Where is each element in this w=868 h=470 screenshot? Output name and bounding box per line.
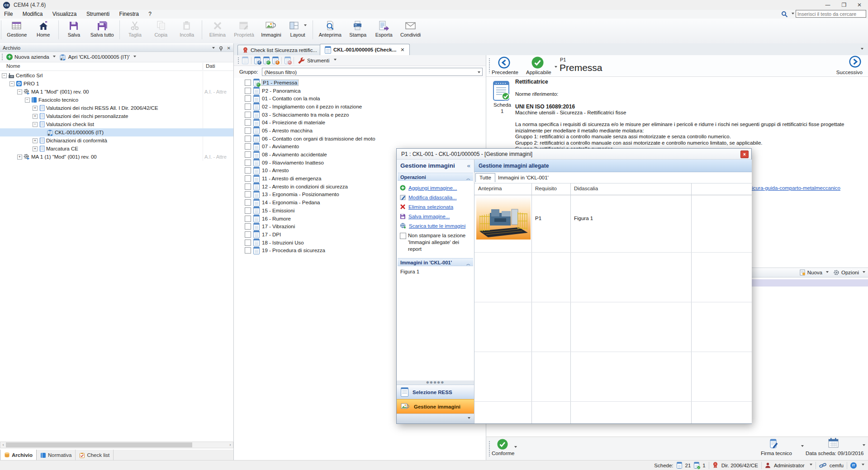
salva-button[interactable]: Salva — [62, 19, 86, 38]
sidebar-nav-collapse[interactable] — [397, 414, 474, 423]
tab-list-arrow[interactable] — [861, 48, 863, 51]
nav-selezione-ress[interactable]: Selezione RESS — [397, 385, 474, 399]
checkbox[interactable] — [245, 231, 251, 238]
directive-label[interactable]: Dir. 2006/42/CE — [721, 463, 758, 468]
expander-icon[interactable]: − — [9, 81, 14, 86]
wrench-icon[interactable] — [297, 56, 304, 64]
successivo-label[interactable]: Successivo — [836, 70, 863, 75]
op-download-all[interactable]: Scarica tutte le immagini — [397, 221, 474, 230]
checkbox[interactable] — [245, 240, 251, 246]
checklist-item[interactable]: ✓P1 - Premessa — [238, 79, 483, 87]
selected-empty-row[interactable] — [751, 279, 868, 287]
conforme-arrow[interactable] — [514, 446, 517, 449]
user-label[interactable]: Administrator — [774, 463, 805, 468]
menu-strumenti[interactable]: Strumenti — [82, 10, 114, 18]
firma-arrow[interactable] — [801, 445, 804, 448]
checkbox[interactable] — [245, 151, 251, 158]
note-question-icon[interactable]: ? — [254, 56, 261, 64]
checkbox[interactable] — [245, 207, 251, 214]
group-filter-combobox[interactable]: (Nessun filtro) — [262, 68, 483, 76]
expander-icon[interactable]: − — [2, 73, 7, 78]
op-add-image[interactable]: Aggiungi immagine... — [397, 183, 474, 193]
data-scheda-button[interactable] — [828, 437, 839, 450]
op-edit-caption[interactable]: Modifica didascalia... — [397, 193, 474, 202]
apri-button[interactable]: Apri 'CKL-001/000005 (IT)' — [57, 54, 138, 61]
applicabile-arrow[interactable] — [555, 66, 557, 69]
tree-item-machine[interactable]: − MA 1 "Mod" (001) rev. 00 A.I. - Attre — [0, 88, 233, 96]
nuova-button[interactable]: Nuova — [807, 270, 822, 275]
column-dati[interactable]: Dati — [206, 63, 215, 69]
column-anteprima[interactable]: Anteprima — [478, 186, 502, 191]
maximize-button[interactable]: ❐ — [836, 0, 852, 10]
checkbox[interactable] — [245, 223, 251, 230]
tab-checklist[interactable]: Check list — [76, 450, 114, 461]
checkbox[interactable] — [245, 199, 251, 206]
checkbox[interactable] — [245, 143, 251, 150]
tree-item-marcatura[interactable]: + Marcatura CE — [0, 145, 233, 153]
search-options-arrow[interactable] — [792, 13, 794, 16]
filter-scope-label[interactable]: Immagini in 'CKL-001' — [498, 175, 549, 180]
pin-icon[interactable] — [218, 46, 223, 51]
checklist-item[interactable]: 04 - Proiezione di materiale — [238, 118, 483, 127]
conforme-label[interactable]: Conforme — [492, 451, 515, 456]
tree-item-company[interactable]: − Certifico Srl — [0, 71, 233, 80]
user-arrow[interactable] — [810, 464, 812, 467]
column-didascalia[interactable]: Didascalia — [574, 186, 598, 191]
checkbox[interactable] — [245, 136, 251, 142]
condividi-button[interactable]: Condividi — [398, 19, 423, 38]
checklist-item[interactable]: 06 - Contatto con organi di trasmissione… — [238, 135, 483, 143]
checkbox[interactable] — [245, 216, 251, 222]
scroll-right-arrow[interactable]: › — [228, 442, 233, 448]
search-input[interactable] — [796, 10, 866, 18]
search-icon[interactable] — [781, 11, 788, 18]
chevron-up-icon[interactable]: ︿ — [466, 174, 470, 183]
panel-menu-arrow[interactable] — [212, 47, 215, 50]
strumenti-arrow[interactable] — [334, 59, 337, 62]
applicabile-button[interactable] — [531, 56, 544, 70]
menu-modifica[interactable]: Modifica — [19, 10, 47, 18]
checkbox[interactable] — [245, 183, 251, 190]
column-requisito[interactable]: Requisito — [535, 186, 557, 191]
tree-item-personalizzate[interactable]: + Valutazioni dei rischi personalizzate — [0, 112, 233, 120]
no-print-checkbox[interactable] — [400, 233, 406, 239]
checkbox[interactable] — [245, 112, 251, 118]
menu-visualizza[interactable]: Visualizza — [48, 10, 81, 18]
horizontal-scrollbar[interactable]: ‹ › — [0, 442, 233, 448]
expander-icon[interactable]: − — [33, 122, 38, 127]
data-scheda-arrow[interactable] — [863, 444, 865, 447]
checkbox[interactable] — [245, 103, 251, 110]
precedente-label[interactable]: Precedente — [492, 70, 518, 75]
panel-close-icon[interactable]: ✕ — [227, 46, 231, 51]
scroll-left-arrow[interactable]: ‹ — [0, 442, 6, 448]
firma-tecnico-label[interactable]: Firma tecnico — [761, 451, 792, 456]
stampa-button[interactable]: Stampa — [346, 19, 370, 38]
checkbox[interactable] — [245, 80, 251, 86]
tree-item-machine2[interactable]: + MA 1 (1) "Mod" (001) rev. 00 A.I. - At… — [0, 153, 233, 161]
dialog-title-bar[interactable]: P1 : CKL-001 - CKL-001/000005 - [Gestion… — [397, 149, 751, 160]
menu-file[interactable]: File — [0, 10, 17, 18]
apri-arrow[interactable] — [133, 56, 136, 59]
note-check-icon[interactable]: ✓ — [263, 56, 270, 64]
expander-icon[interactable]: + — [33, 138, 38, 143]
checklist-item[interactable]: 01 - Contatto con la mola — [238, 94, 483, 103]
gestione-button[interactable]: Gestione — [4, 19, 29, 38]
expander-icon[interactable]: + — [17, 155, 22, 160]
data-scheda-label[interactable]: Data scheda: 09/10/2016 — [806, 451, 864, 456]
conforme-button[interactable] — [497, 439, 508, 451]
checkbox[interactable] — [245, 95, 251, 102]
checkbox[interactable] — [245, 88, 251, 94]
successivo-button[interactable] — [849, 56, 861, 69]
images-list-header[interactable]: Immagini in 'CKL-001' ︿ — [398, 258, 473, 266]
expander-icon[interactable]: + — [33, 106, 38, 111]
filter-tab-tutte[interactable]: Tutte — [475, 173, 495, 182]
cell-requisito[interactable]: P1 — [535, 216, 541, 221]
tree-item-project[interactable]: − PRO 1 — [0, 80, 233, 88]
salva-tutto-button[interactable]: Salva tutto — [88, 19, 117, 38]
checklist-item[interactable]: P2 - Panoramica — [238, 87, 483, 95]
tree-item-ckl-selected[interactable]: CKL-001/000005 (IT) — [0, 128, 233, 136]
esporta-button[interactable]: Esporta — [372, 19, 396, 38]
checkbox[interactable] — [245, 175, 251, 182]
image-thumbnail[interactable] — [476, 197, 531, 241]
home-button[interactable]: Home — [31, 19, 56, 38]
nav-gestione-immagini[interactable]: Gestione immagini — [397, 399, 474, 414]
